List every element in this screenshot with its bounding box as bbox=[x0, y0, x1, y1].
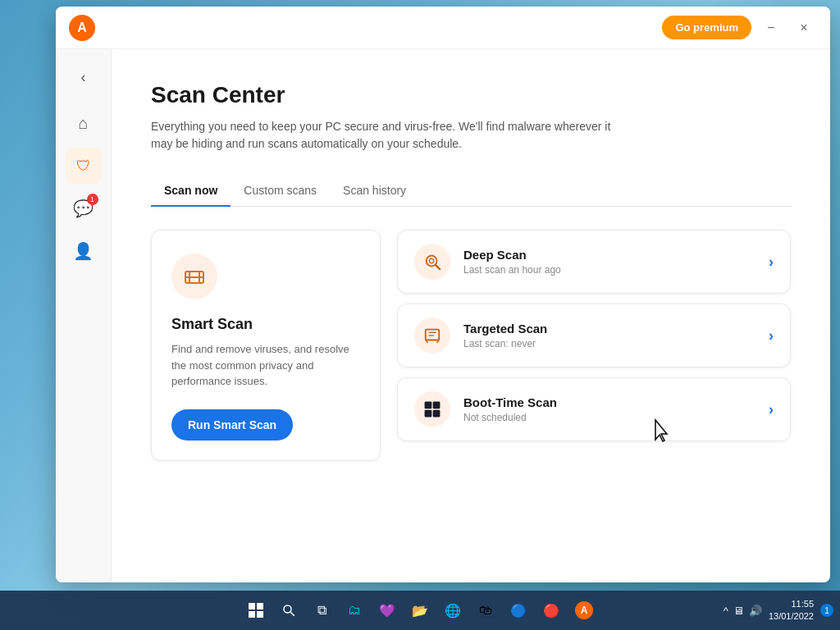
tab-custom-scans[interactable]: Custom scans bbox=[231, 176, 330, 207]
scan-list: Deep Scan Last scan an hour ago › bbox=[397, 230, 791, 461]
taskbar-files-button[interactable]: 📂 bbox=[405, 596, 435, 625]
smart-scan-card: Smart Scan Find and remove viruses, and … bbox=[151, 230, 381, 461]
smart-scan-title: Smart Scan bbox=[171, 316, 360, 333]
smart-scan-desc: Find and remove viruses, and resolve the… bbox=[171, 341, 360, 390]
taskbar-sys-icons: ^ 🖥 🔊 bbox=[724, 605, 762, 617]
smart-scan-icon bbox=[171, 253, 217, 299]
sidebar-item-scan[interactable]: 🛡 bbox=[66, 148, 102, 184]
targeted-scan-icon bbox=[414, 317, 450, 354]
boot-time-scan-name: Boot-Time Scan bbox=[463, 395, 756, 409]
taskbar-chevron-icon[interactable]: ^ bbox=[724, 605, 728, 617]
svg-rect-7 bbox=[426, 330, 440, 340]
targeted-scan-name: Targeted Scan bbox=[463, 322, 756, 336]
sidebar-item-home[interactable]: ⌂ bbox=[66, 105, 102, 141]
taskbar-opera-button[interactable]: 🔴 bbox=[536, 596, 566, 625]
tab-scan-now[interactable]: Scan now bbox=[151, 176, 231, 207]
boot-time-scan-arrow: › bbox=[769, 401, 774, 418]
run-smart-scan-button[interactable]: Run Smart Scan bbox=[171, 409, 293, 441]
page-description: Everything you need to keep your PC secu… bbox=[151, 118, 627, 153]
taskbar-windows-button[interactable] bbox=[241, 596, 271, 625]
svg-point-6 bbox=[429, 258, 434, 263]
title-bar-right: Go premium − × bbox=[662, 15, 817, 41]
avast-logo: A bbox=[69, 15, 95, 41]
boot-time-scan-item[interactable]: Boot-Time Scan Not scheduled › bbox=[397, 377, 791, 441]
deep-scan-name: Deep Scan bbox=[463, 248, 756, 262]
title-bar-left: A bbox=[69, 15, 95, 41]
taskbar-edge-button[interactable]: 🌐 bbox=[438, 596, 468, 625]
svg-rect-16 bbox=[249, 603, 255, 609]
taskbar-right: ^ 🖥 🔊 11:55 13/01/2022 1 bbox=[724, 598, 833, 623]
sidebar-item-alerts[interactable]: 💬 1 bbox=[66, 190, 102, 226]
deep-scan-info: Deep Scan Last scan an hour ago bbox=[463, 248, 756, 276]
svg-rect-18 bbox=[249, 611, 255, 618]
svg-rect-13 bbox=[433, 402, 440, 409]
taskbar-chrome-button[interactable]: 🔵 bbox=[504, 596, 533, 625]
taskbar-notification-badge[interactable]: 1 bbox=[820, 604, 833, 617]
targeted-scan-item[interactable]: Targeted Scan Last scan: never › bbox=[397, 304, 791, 368]
taskbar-store-button[interactable]: 🛍 bbox=[471, 596, 500, 625]
title-bar: A Go premium − × bbox=[56, 7, 830, 49]
svg-line-5 bbox=[436, 265, 440, 269]
svg-point-20 bbox=[284, 605, 291, 613]
page-title: Scan Center bbox=[151, 82, 791, 108]
svg-rect-19 bbox=[257, 611, 263, 618]
svg-line-21 bbox=[290, 612, 294, 616]
tabs-bar: Scan now Custom scans Scan history bbox=[151, 176, 791, 207]
sidebar-back-button[interactable]: ‹ bbox=[69, 62, 98, 92]
scan-area: Smart Scan Find and remove viruses, and … bbox=[151, 230, 791, 461]
go-premium-button[interactable]: Go premium bbox=[662, 16, 751, 39]
boot-time-scan-subtitle: Not scheduled bbox=[463, 412, 756, 423]
taskbar-teams-button[interactable]: 💜 bbox=[372, 596, 402, 625]
targeted-scan-subtitle: Last scan: never bbox=[463, 338, 756, 349]
deep-scan-arrow: › bbox=[769, 253, 774, 271]
deep-scan-item[interactable]: Deep Scan Last scan an hour ago › bbox=[397, 230, 791, 294]
sidebar: ‹ ⌂ 🛡 💬 1 👤 bbox=[56, 49, 112, 582]
taskbar-avast-button[interactable]: A bbox=[569, 596, 599, 625]
taskbar-clock[interactable]: 11:55 13/01/2022 bbox=[769, 598, 814, 623]
window-body: ‹ ⌂ 🛡 💬 1 👤 Scan Center Everything you n… bbox=[56, 49, 830, 582]
svg-rect-17 bbox=[257, 603, 263, 609]
svg-rect-12 bbox=[425, 402, 431, 409]
taskbar-search-button[interactable] bbox=[274, 596, 304, 625]
minimize-button[interactable]: − bbox=[758, 15, 784, 41]
boot-time-scan-info: Boot-Time Scan Not scheduled bbox=[463, 395, 756, 423]
taskbar-explorer-button[interactable]: 🗂 bbox=[340, 596, 369, 625]
taskbar-center: ⧉ 🗂 💜 📂 🌐 🛍 🔵 🔴 A bbox=[241, 596, 599, 625]
sidebar-item-account[interactable]: 👤 bbox=[66, 233, 102, 269]
taskbar-taskview-button[interactable]: ⧉ bbox=[307, 596, 336, 625]
deep-scan-subtitle: Last scan an hour ago bbox=[463, 264, 756, 276]
svg-rect-14 bbox=[425, 410, 431, 417]
close-button[interactable]: × bbox=[791, 15, 817, 41]
tab-scan-history[interactable]: Scan history bbox=[330, 176, 419, 207]
deep-scan-icon bbox=[414, 244, 450, 280]
targeted-scan-arrow: › bbox=[769, 327, 774, 345]
account-icon: 👤 bbox=[73, 241, 94, 261]
taskbar: ⧉ 🗂 💜 📂 🌐 🛍 🔵 🔴 A ^ 🖥 🔊 11:55 13/01/2022… bbox=[0, 591, 840, 630]
targeted-scan-info: Targeted Scan Last scan: never bbox=[463, 322, 756, 349]
svg-rect-15 bbox=[433, 410, 440, 417]
taskbar-volume-icon: 🔊 bbox=[749, 605, 762, 617]
alerts-badge: 1 bbox=[87, 194, 98, 205]
boot-time-scan-icon bbox=[414, 391, 450, 427]
home-icon: ⌂ bbox=[78, 114, 88, 133]
taskbar-network-icon: 🖥 bbox=[733, 605, 744, 617]
main-content: Scan Center Everything you need to keep … bbox=[112, 49, 830, 582]
shield-icon: 🛡 bbox=[76, 158, 91, 175]
main-window: A Go premium − × ‹ ⌂ 🛡 💬 1 👤 bbox=[56, 7, 830, 582]
